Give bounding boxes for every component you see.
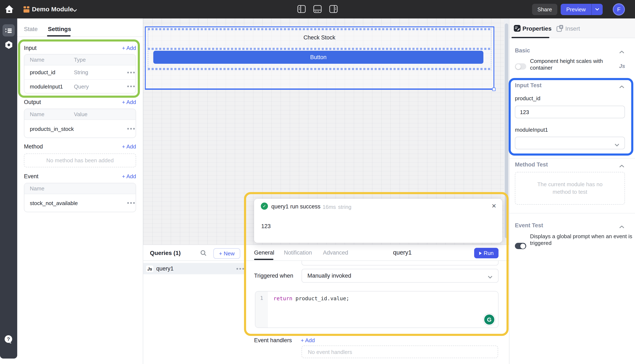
- table-row[interactable]: moduleInput1 Query: [24, 79, 136, 93]
- line-number-gutter: 1: [255, 292, 268, 328]
- active-tab-underline: [254, 259, 273, 260]
- event-col-name: Name: [24, 185, 74, 192]
- tab-state[interactable]: State: [24, 26, 38, 32]
- user-avatar[interactable]: F: [613, 3, 625, 16]
- result-value: 123: [261, 223, 271, 230]
- home-icon[interactable]: [4, 4, 14, 14]
- method-empty-state: No method has been added: [24, 154, 136, 167]
- event-table: Name stock_not_available: [24, 183, 136, 212]
- more-icon[interactable]: [127, 86, 129, 87]
- code-line[interactable]: return product_id.value;: [273, 295, 349, 302]
- resize-handle[interactable]: [492, 88, 496, 91]
- event-section: Event + Add Name stock_not_available: [24, 171, 136, 212]
- event-handlers-empty-state: No event handlers: [302, 346, 498, 358]
- query-name: query1: [156, 266, 174, 272]
- input-section: Input + Add Name Type product_id String …: [24, 42, 136, 94]
- output-table: Name Value products_in_stock: [24, 108, 136, 138]
- method-test-title: Method Test: [515, 162, 548, 168]
- collapse-chevron-icon[interactable]: [619, 224, 624, 230]
- properties-tabstrip: Properties Insert: [509, 18, 635, 38]
- pages-tree-icon[interactable]: [3, 24, 15, 36]
- triggered-when-select[interactable]: Manually invoked: [302, 269, 499, 283]
- event-handlers-label: Event handlers: [254, 337, 292, 344]
- insert-icon: [556, 25, 564, 33]
- button-widget[interactable]: Button: [153, 51, 483, 64]
- collapse-chevron-icon[interactable]: [619, 163, 624, 169]
- settings-hexagon-icon[interactable]: [3, 38, 15, 51]
- method-section: Method + Add No method has been added: [24, 141, 136, 167]
- product-id-input[interactable]: [515, 106, 625, 118]
- more-icon[interactable]: [127, 72, 129, 73]
- method-test-empty-state: The current module has no method to test: [515, 172, 625, 205]
- method-add-button[interactable]: + Add: [122, 143, 136, 150]
- table-row[interactable]: product_id String: [24, 66, 136, 79]
- event-handler-add-button[interactable]: + Add: [301, 337, 315, 344]
- output-add-button[interactable]: + Add: [122, 99, 136, 105]
- app-window: Demo Module Share Preview F ?: [0, 0, 635, 364]
- event-add-button[interactable]: + Add: [122, 173, 136, 179]
- tab-general[interactable]: General: [254, 250, 274, 256]
- tab-insert[interactable]: Insert: [565, 25, 580, 32]
- tab-settings[interactable]: Settings: [48, 26, 71, 32]
- output-section-title: Output: [24, 99, 41, 105]
- new-query-button[interactable]: + New: [213, 248, 240, 259]
- input-table: Name Type product_id String moduleInput1…: [24, 54, 136, 94]
- input-col-name: Name: [24, 56, 74, 63]
- height-scales-label: Component height scales with container: [530, 58, 616, 71]
- query-title[interactable]: query1: [364, 249, 440, 256]
- js-toggle-flag[interactable]: Js: [619, 63, 625, 69]
- result-title: query1 run success: [271, 204, 320, 210]
- code-editor[interactable]: 1 return product_id.value; G: [255, 291, 499, 328]
- module-input1-label: moduleInput1: [515, 127, 548, 133]
- toggle-right-panel-icon[interactable]: [329, 5, 338, 14]
- more-icon[interactable]: [127, 128, 129, 130]
- close-icon[interactable]: ✕: [492, 202, 496, 209]
- input-col-type: Type: [74, 56, 86, 63]
- query-list-item[interactable]: Js query1: [143, 263, 244, 274]
- table-row[interactable]: stock_not_available: [24, 194, 136, 212]
- event-prompt-toggle[interactable]: [515, 243, 526, 249]
- preview-dropdown-button[interactable]: [591, 4, 603, 15]
- collapse-chevron-icon[interactable]: [619, 49, 624, 55]
- result-duration: 16ms: [323, 204, 336, 210]
- preview-button[interactable]: Preview: [561, 4, 591, 15]
- event-section-title: Event: [24, 173, 39, 179]
- toggle-bottom-panel-icon[interactable]: [313, 5, 322, 14]
- tab-notification[interactable]: Notification: [284, 250, 312, 256]
- queries-title: Queries (1): [150, 250, 181, 256]
- top-bar: Demo Module Share Preview F: [0, 0, 635, 18]
- tab-properties[interactable]: Properties: [522, 25, 552, 32]
- module-input1-select[interactable]: [515, 137, 625, 149]
- scrolled-field: [302, 261, 499, 266]
- table-row[interactable]: products_in_stock: [24, 120, 136, 138]
- share-button[interactable]: Share: [532, 4, 557, 15]
- method-section-title: Method: [24, 143, 43, 150]
- canvas-scrollbar-thumb[interactable]: [505, 24, 508, 238]
- basic-section-title: Basic: [515, 48, 530, 54]
- more-icon[interactable]: [237, 268, 238, 270]
- chevron-down-icon: [488, 274, 493, 280]
- triggered-when-label: Triggered when: [254, 272, 293, 279]
- module-title[interactable]: Demo Module: [32, 6, 73, 12]
- input-test-title: Input Test: [515, 82, 542, 88]
- selection-guide: [148, 28, 491, 30]
- run-query-button[interactable]: Run: [474, 248, 499, 258]
- collapse-chevron-icon[interactable]: [619, 84, 624, 90]
- search-icon[interactable]: [200, 250, 207, 258]
- height-scales-toggle[interactable]: [515, 63, 526, 70]
- tabs-divider: [17, 36, 143, 37]
- module-chevron-down-icon[interactable]: [72, 7, 77, 14]
- toggle-left-panel-icon[interactable]: [297, 5, 306, 14]
- svg-text:?: ?: [7, 336, 10, 342]
- grammarly-icon[interactable]: G: [484, 314, 494, 324]
- active-tab-underline: [512, 37, 549, 38]
- more-icon[interactable]: [127, 202, 129, 204]
- event-prompt-label: Displays a global prompt when an event i…: [530, 233, 635, 246]
- help-icon[interactable]: ?: [4, 335, 13, 344]
- input-add-button[interactable]: + Add: [122, 45, 136, 51]
- left-icon-rail: ?: [0, 18, 17, 358]
- tab-advanced[interactable]: Advanced: [323, 250, 348, 256]
- text-widget[interactable]: Check Stock: [148, 34, 491, 41]
- selection-guide: [148, 68, 491, 70]
- scrolled-field-clip: [302, 261, 499, 266]
